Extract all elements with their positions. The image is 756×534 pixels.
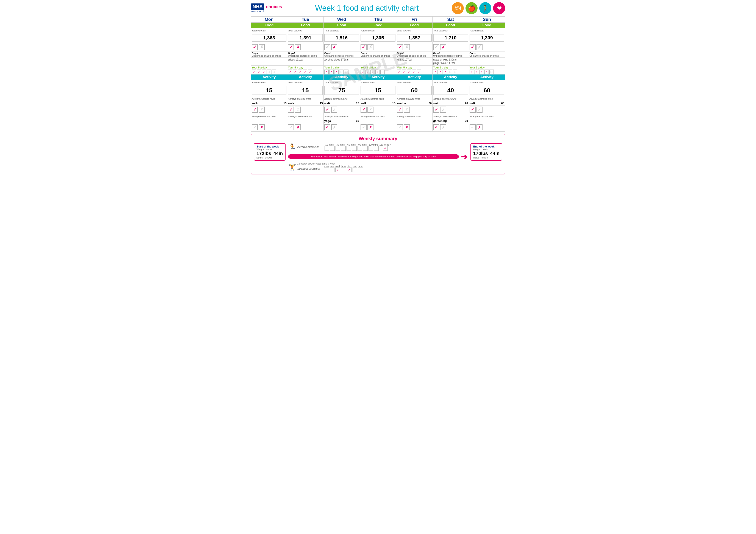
food-cross-box[interactable]: ✗ [476, 44, 482, 50]
aerobic-tick-box[interactable]: ✓ [288, 107, 294, 113]
aerobic-check-box[interactable] [325, 146, 329, 151]
five-check-box[interactable]: ✓ [324, 69, 329, 74]
aerobic-check-box[interactable]: ✓ [383, 146, 388, 151]
strength-cross-box[interactable]: ✗ [367, 124, 373, 130]
five-check-box[interactable]: ✓ [288, 69, 292, 74]
aerobic-check-box[interactable] [363, 146, 368, 151]
aerobic-check-box[interactable] [341, 146, 346, 151]
five-check-box[interactable]: ✓ [433, 69, 438, 74]
five-check-box[interactable]: ✓ [293, 69, 297, 74]
aerobic-check-box[interactable] [368, 146, 373, 151]
five-check-box[interactable]: ✓ [397, 69, 401, 74]
food-cross-box[interactable]: ✗ [331, 44, 337, 50]
activity-header-cell: Activity [251, 74, 287, 80]
five-check-box[interactable]: ✓ [407, 69, 411, 74]
strength-tick-box[interactable]: ✓ [433, 124, 439, 130]
five-check-box[interactable]: ✓ [361, 69, 365, 74]
food-tick-box[interactable]: ✓ [397, 44, 403, 50]
five-check-box[interactable]: ✓ [298, 69, 302, 74]
strength-day-check-box[interactable] [358, 167, 363, 172]
aerobic-check-box[interactable] [346, 146, 351, 151]
five-check-box[interactable]: ✓ [365, 69, 370, 74]
aerobic-cross-box[interactable]: ✗ [476, 107, 482, 113]
food-cross-box[interactable]: ✗ [440, 44, 446, 50]
aerobic-tick-box[interactable]: ✓ [397, 107, 403, 113]
strength-day-check-box[interactable]: ✓ [335, 167, 340, 172]
strength-tick-box[interactable]: ✓ [324, 124, 330, 130]
aerobic-check-box[interactable] [336, 146, 340, 151]
food-tick-box[interactable]: ✓ [324, 44, 330, 50]
aerobic-tick-box[interactable]: ✓ [252, 107, 258, 113]
strength-cross-box[interactable]: ✗ [440, 124, 446, 130]
total-calories-label-cell: Total calories: [469, 28, 505, 33]
aerobic-check-box[interactable] [374, 146, 379, 151]
strength-tick-box[interactable]: ✓ [470, 124, 475, 130]
aerobic-tick-box[interactable]: ✓ [324, 107, 330, 113]
aerobic-cross-box[interactable]: ✗ [440, 107, 446, 113]
strength-tick-box[interactable]: ✓ [288, 124, 294, 130]
strength-tick-box[interactable]: ✓ [252, 124, 258, 130]
strength-tick-box[interactable]: ✓ [397, 124, 403, 130]
five-check-box[interactable]: □ [272, 69, 276, 74]
five-check-box[interactable]: ✓ [375, 69, 380, 74]
food-cross-box[interactable]: ✗ [404, 44, 410, 50]
aerobic-cross-box[interactable]: ✗ [331, 107, 337, 113]
aerobic-check-box[interactable] [352, 146, 357, 151]
food-tick-box[interactable]: ✓ [470, 44, 475, 50]
five-check-box[interactable]: □ [448, 69, 452, 74]
five-check-box[interactable]: ✓ [262, 69, 266, 74]
five-check-box[interactable]: ✓ [308, 69, 312, 74]
aerobic-check-box[interactable] [358, 146, 362, 151]
strength-cross-box[interactable]: ✗ [476, 124, 482, 130]
strength-day-check-box[interactable]: ✓ [347, 167, 352, 172]
five-check-box[interactable]: ✓ [412, 69, 416, 74]
five-check-box[interactable]: ✓ [334, 69, 338, 74]
aerobic-cross-box[interactable]: ✗ [258, 107, 265, 113]
five-check-box[interactable]: ✓ [402, 69, 406, 74]
five-check-box[interactable]: ✓ [484, 69, 489, 74]
snack-text: glass of wine 130cal [433, 58, 468, 62]
five-check-box[interactable]: ✓ [479, 69, 484, 74]
strength-days-row: Strength exercise: montueswed✓thursfri✓s… [297, 165, 363, 172]
strength-cross-box[interactable]: ✗ [295, 124, 301, 130]
strength-mins-label: mins [488, 115, 494, 118]
five-check-box[interactable]: ✓ [370, 69, 375, 74]
five-check-box[interactable]: ✓ [474, 69, 479, 74]
five-check-box[interactable]: □ [453, 69, 457, 74]
five-check-box[interactable]: □ [489, 69, 494, 74]
strength-day-check-box[interactable] [330, 167, 335, 172]
strength-day-check-box[interactable] [353, 167, 357, 172]
aerobic-cross-box[interactable]: ✗ [404, 107, 410, 113]
food-tick-box[interactable]: ✓ [361, 44, 366, 50]
five-check-box[interactable]: ✓ [417, 69, 421, 74]
strength-day-check-box[interactable] [341, 167, 346, 172]
strength-cross-box[interactable]: ✗ [404, 124, 410, 130]
food-tick-box[interactable]: ✓ [288, 44, 294, 50]
five-check-box[interactable]: □ [344, 69, 348, 74]
five-check-box[interactable]: ✓ [303, 69, 307, 74]
five-check-box[interactable]: □ [380, 69, 385, 74]
five-check-box[interactable]: □ [267, 69, 271, 74]
strength-tick-box[interactable]: ✓ [361, 124, 366, 130]
five-check-box[interactable]: ✓ [470, 69, 474, 74]
aerobic-tick-box[interactable]: ✓ [433, 107, 439, 113]
five-check-box[interactable]: ✓ [443, 69, 447, 74]
five-check-box[interactable]: ✓ [438, 69, 443, 74]
aerobic-cross-box[interactable]: ✗ [295, 107, 301, 113]
aerobic-tick-box[interactable]: ✓ [470, 107, 475, 113]
aerobic-tick-box[interactable]: ✓ [361, 107, 366, 113]
food-cross-box[interactable]: ✗ [367, 44, 373, 50]
aerobic-cross-box[interactable]: ✗ [367, 107, 373, 113]
strength-cross-box[interactable]: ✗ [331, 124, 337, 130]
strength-cross-box[interactable]: ✗ [258, 124, 265, 130]
aerobic-check-box[interactable] [330, 146, 335, 151]
food-tick-box[interactable]: ✓ [252, 44, 258, 50]
five-check-box[interactable]: ✓ [257, 69, 261, 74]
five-check-box[interactable]: ✓ [252, 69, 256, 74]
food-cross-box[interactable]: ✗ [295, 44, 301, 50]
food-tick-box[interactable]: ✓ [433, 44, 439, 50]
food-cross-box[interactable]: ✗ [258, 44, 265, 50]
five-check-box[interactable]: ✓ [329, 69, 334, 74]
strength-day-check-box[interactable] [324, 167, 329, 172]
five-check-box[interactable]: □ [339, 69, 343, 74]
